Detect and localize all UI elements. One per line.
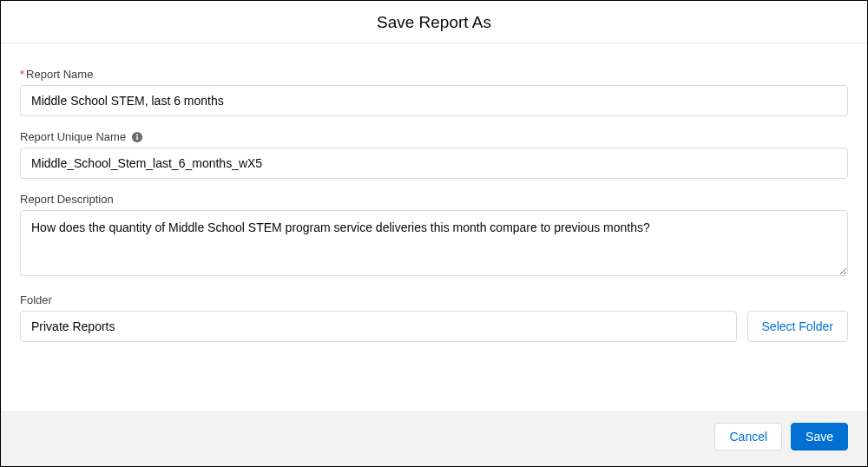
required-indicator: * xyxy=(20,68,24,81)
report-name-label-row: *Report Name xyxy=(20,68,848,81)
folder-label-row: Folder xyxy=(20,293,848,306)
report-description-label-row: Report Description xyxy=(20,193,848,206)
modal-title: Save Report As xyxy=(1,1,867,43)
report-unique-name-input[interactable] xyxy=(20,148,848,179)
report-name-group: *Report Name xyxy=(20,68,848,116)
report-description-group: Report Description How does the quantity… xyxy=(20,193,848,280)
report-unique-name-group: Report Unique Name xyxy=(20,130,848,179)
report-unique-name-label: Report Unique Name xyxy=(20,130,126,143)
folder-group: Folder Select Folder xyxy=(20,293,848,342)
save-button[interactable]: Save xyxy=(791,423,848,451)
report-name-input[interactable] xyxy=(20,85,848,116)
report-name-label: *Report Name xyxy=(20,68,93,81)
folder-label: Folder xyxy=(20,293,52,306)
report-description-textarea[interactable]: How does the quantity of Middle School S… xyxy=(20,210,848,276)
folder-row: Select Folder xyxy=(20,311,848,342)
modal-footer: Cancel Save xyxy=(1,411,867,466)
svg-point-1 xyxy=(136,134,138,135)
cancel-button[interactable]: Cancel xyxy=(714,423,782,451)
info-icon[interactable] xyxy=(131,131,143,143)
folder-input[interactable] xyxy=(20,311,737,342)
modal-body: *Report Name Report Unique Name Report D… xyxy=(1,43,867,411)
report-unique-name-label-row: Report Unique Name xyxy=(20,130,848,143)
report-name-label-text: Report Name xyxy=(26,68,93,81)
select-folder-button[interactable]: Select Folder xyxy=(747,311,848,342)
report-description-label: Report Description xyxy=(20,193,114,206)
svg-rect-2 xyxy=(136,135,138,139)
